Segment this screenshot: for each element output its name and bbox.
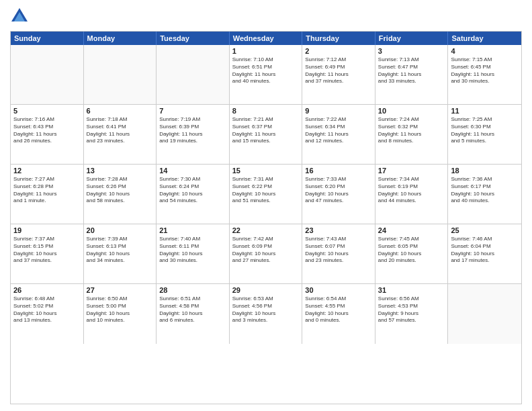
calendar-week: 26Sunrise: 6:48 AM Sunset: 5:02 PM Dayli…	[11, 284, 521, 344]
day-info: Sunrise: 7:34 AM Sunset: 6:19 PM Dayligh…	[378, 176, 445, 205]
day-number: 14	[159, 167, 226, 175]
calendar-cell: 7Sunrise: 7:19 AM Sunset: 6:39 PM Daylig…	[157, 105, 230, 164]
day-info: Sunrise: 7:28 AM Sunset: 6:26 PM Dayligh…	[87, 176, 154, 205]
calendar-cell: 27Sunrise: 6:50 AM Sunset: 5:00 PM Dayli…	[84, 284, 157, 344]
weekday-header: Friday	[375, 32, 449, 45]
calendar-week: 5Sunrise: 7:16 AM Sunset: 6:43 PM Daylig…	[11, 105, 521, 165]
day-number: 16	[305, 167, 372, 175]
calendar-cell: 14Sunrise: 7:30 AM Sunset: 6:24 PM Dayli…	[157, 165, 230, 224]
day-number: 29	[232, 286, 300, 294]
day-info: Sunrise: 7:19 AM Sunset: 6:39 PM Dayligh…	[159, 116, 226, 145]
calendar-body: 1Sunrise: 7:10 AM Sunset: 6:51 PM Daylig…	[11, 45, 521, 404]
day-number: 2	[305, 47, 372, 55]
calendar-cell: 6Sunrise: 7:18 AM Sunset: 6:41 PM Daylig…	[84, 105, 157, 164]
logo	[10, 7, 32, 26]
calendar-cell: 3Sunrise: 7:13 AM Sunset: 6:47 PM Daylig…	[375, 45, 449, 104]
day-number: 4	[451, 47, 519, 55]
day-number: 13	[87, 167, 154, 175]
weekday-header: Saturday	[448, 32, 521, 45]
day-number: 31	[378, 286, 445, 294]
calendar-cell: 1Sunrise: 7:10 AM Sunset: 6:51 PM Daylig…	[230, 45, 303, 104]
calendar-cell: 4Sunrise: 7:15 AM Sunset: 6:45 PM Daylig…	[448, 45, 521, 104]
day-number: 11	[451, 107, 519, 115]
calendar-cell	[157, 45, 230, 104]
calendar-cell: 13Sunrise: 7:28 AM Sunset: 6:26 PM Dayli…	[84, 165, 157, 224]
day-number: 10	[378, 107, 445, 115]
calendar-cell: 17Sunrise: 7:34 AM Sunset: 6:19 PM Dayli…	[375, 165, 449, 224]
day-info: Sunrise: 6:51 AM Sunset: 4:58 PM Dayligh…	[159, 295, 226, 324]
day-info: Sunrise: 6:53 AM Sunset: 4:56 PM Dayligh…	[232, 295, 300, 324]
day-number: 18	[451, 167, 519, 175]
day-number: 22	[232, 226, 300, 234]
calendar-cell: 20Sunrise: 7:39 AM Sunset: 6:13 PM Dayli…	[84, 224, 157, 283]
calendar-cell: 24Sunrise: 7:45 AM Sunset: 6:05 PM Dayli…	[375, 224, 449, 283]
weekday-header: Thursday	[302, 32, 375, 45]
day-info: Sunrise: 7:39 AM Sunset: 6:13 PM Dayligh…	[87, 236, 154, 265]
weekday-header: Tuesday	[157, 32, 230, 45]
calendar-cell: 31Sunrise: 6:56 AM Sunset: 4:53 PM Dayli…	[375, 284, 449, 344]
calendar-cell: 28Sunrise: 6:51 AM Sunset: 4:58 PM Dayli…	[157, 284, 230, 344]
day-info: Sunrise: 7:12 AM Sunset: 6:49 PM Dayligh…	[305, 56, 372, 85]
day-info: Sunrise: 7:37 AM Sunset: 6:15 PM Dayligh…	[13, 236, 81, 265]
weekday-header: Wednesday	[230, 32, 303, 45]
calendar-cell: 21Sunrise: 7:40 AM Sunset: 6:11 PM Dayli…	[157, 224, 230, 283]
day-number: 28	[159, 286, 226, 294]
logo-icon	[10, 7, 29, 26]
calendar-cell: 12Sunrise: 7:27 AM Sunset: 6:28 PM Dayli…	[11, 165, 84, 224]
day-info: Sunrise: 6:54 AM Sunset: 4:55 PM Dayligh…	[305, 295, 372, 324]
day-info: Sunrise: 7:27 AM Sunset: 6:28 PM Dayligh…	[13, 176, 81, 205]
day-info: Sunrise: 7:30 AM Sunset: 6:24 PM Dayligh…	[159, 176, 226, 205]
day-number: 15	[232, 167, 300, 175]
day-number: 20	[87, 226, 154, 234]
day-number: 8	[232, 107, 300, 115]
day-info: Sunrise: 7:16 AM Sunset: 6:43 PM Dayligh…	[13, 116, 81, 145]
calendar-cell: 25Sunrise: 7:46 AM Sunset: 6:04 PM Dayli…	[448, 224, 521, 283]
day-info: Sunrise: 7:36 AM Sunset: 6:17 PM Dayligh…	[451, 176, 519, 205]
page: SundayMondayTuesdayWednesdayThursdayFrid…	[0, 0, 532, 411]
weekday-header: Monday	[84, 32, 157, 45]
day-info: Sunrise: 7:46 AM Sunset: 6:04 PM Dayligh…	[451, 236, 519, 265]
day-number: 25	[451, 226, 519, 234]
calendar-cell	[11, 45, 84, 104]
day-info: Sunrise: 7:42 AM Sunset: 6:09 PM Dayligh…	[232, 236, 300, 265]
weekday-header: Sunday	[11, 32, 84, 45]
calendar-cell: 16Sunrise: 7:33 AM Sunset: 6:20 PM Dayli…	[302, 165, 375, 224]
day-info: Sunrise: 7:10 AM Sunset: 6:51 PM Dayligh…	[232, 56, 300, 85]
day-info: Sunrise: 7:22 AM Sunset: 6:34 PM Dayligh…	[305, 116, 372, 145]
day-number: 19	[13, 226, 81, 234]
calendar-week: 12Sunrise: 7:27 AM Sunset: 6:28 PM Dayli…	[11, 165, 521, 224]
calendar-week: 19Sunrise: 7:37 AM Sunset: 6:15 PM Dayli…	[11, 224, 521, 284]
calendar-header: SundayMondayTuesdayWednesdayThursdayFrid…	[11, 32, 521, 45]
day-number: 6	[87, 107, 154, 115]
calendar-cell: 18Sunrise: 7:36 AM Sunset: 6:17 PM Dayli…	[448, 165, 521, 224]
day-info: Sunrise: 7:33 AM Sunset: 6:20 PM Dayligh…	[305, 176, 372, 205]
calendar-cell: 23Sunrise: 7:43 AM Sunset: 6:07 PM Dayli…	[302, 224, 375, 283]
day-info: Sunrise: 7:40 AM Sunset: 6:11 PM Dayligh…	[159, 236, 226, 265]
day-info: Sunrise: 7:43 AM Sunset: 6:07 PM Dayligh…	[305, 236, 372, 265]
day-info: Sunrise: 6:56 AM Sunset: 4:53 PM Dayligh…	[378, 295, 445, 324]
day-number: 3	[378, 47, 445, 55]
day-number: 23	[305, 226, 372, 234]
day-info: Sunrise: 7:45 AM Sunset: 6:05 PM Dayligh…	[378, 236, 445, 265]
day-number: 17	[378, 167, 445, 175]
calendar-week: 1Sunrise: 7:10 AM Sunset: 6:51 PM Daylig…	[11, 45, 521, 105]
calendar-cell: 19Sunrise: 7:37 AM Sunset: 6:15 PM Dayli…	[11, 224, 84, 283]
day-info: Sunrise: 7:21 AM Sunset: 6:37 PM Dayligh…	[232, 116, 300, 145]
day-info: Sunrise: 7:31 AM Sunset: 6:22 PM Dayligh…	[232, 176, 300, 205]
calendar-cell: 5Sunrise: 7:16 AM Sunset: 6:43 PM Daylig…	[11, 105, 84, 164]
day-info: Sunrise: 7:15 AM Sunset: 6:45 PM Dayligh…	[451, 56, 519, 85]
calendar-cell: 26Sunrise: 6:48 AM Sunset: 5:02 PM Dayli…	[11, 284, 84, 344]
day-number: 24	[378, 226, 445, 234]
calendar: SundayMondayTuesdayWednesdayThursdayFrid…	[10, 31, 522, 404]
calendar-cell: 22Sunrise: 7:42 AM Sunset: 6:09 PM Dayli…	[230, 224, 303, 283]
day-number: 5	[13, 107, 81, 115]
calendar-cell: 30Sunrise: 6:54 AM Sunset: 4:55 PM Dayli…	[302, 284, 375, 344]
day-number: 12	[13, 167, 81, 175]
calendar-cell	[84, 45, 157, 104]
day-info: Sunrise: 7:24 AM Sunset: 6:32 PM Dayligh…	[378, 116, 445, 145]
day-info: Sunrise: 7:25 AM Sunset: 6:30 PM Dayligh…	[451, 116, 519, 145]
day-number: 1	[232, 47, 300, 55]
header	[10, 7, 522, 26]
calendar-cell: 29Sunrise: 6:53 AM Sunset: 4:56 PM Dayli…	[230, 284, 303, 344]
calendar-cell: 10Sunrise: 7:24 AM Sunset: 6:32 PM Dayli…	[375, 105, 449, 164]
